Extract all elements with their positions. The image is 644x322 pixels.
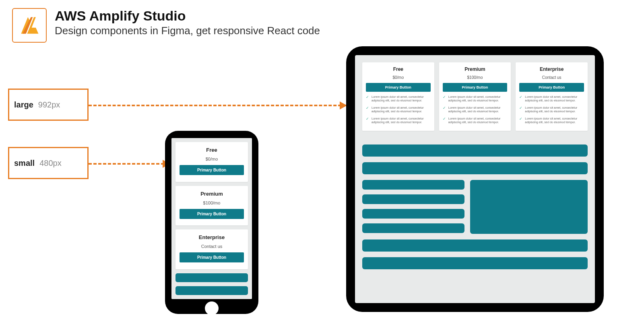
page-header: AWS Amplify Studio Design components in …: [12, 8, 320, 43]
home-button-icon: [205, 301, 219, 315]
amplify-logo-icon: [17, 13, 41, 37]
placeholder-bar: [362, 194, 464, 204]
placeholder-bar: [362, 257, 588, 269]
feature-text: Lorem ipsum dolor sit amet, consectetur …: [525, 117, 584, 124]
arrow-to-phone: [89, 163, 169, 165]
plan-price: Contact us: [180, 244, 244, 249]
plan-name: Premium: [443, 66, 508, 72]
plan-price: $0/mo: [366, 75, 431, 80]
check-icon: ✓: [443, 95, 446, 99]
primary-button[interactable]: Primary Button: [443, 83, 508, 92]
feature-text: Lorem ipsum dolor sit amet, consectetur …: [525, 95, 584, 103]
arrow-to-tablet: [89, 105, 346, 106]
breakpoint-large-label: large: [14, 100, 33, 109]
tablet-screen: Free $0/mo Primary Button ✓Lorem ipsum d…: [355, 55, 595, 303]
check-icon: ✓: [519, 117, 522, 121]
feature-text: Lorem ipsum dolor sit amet, consectetur …: [525, 106, 584, 114]
placeholder-bar: [362, 209, 464, 219]
check-icon: ✓: [443, 106, 446, 110]
feature-text: Lorem ipsum dolor sit amet, consectetur …: [448, 106, 508, 114]
feature-row: ✓Lorem ipsum dolor sit amet, consectetur…: [519, 95, 584, 103]
phone-screen: Free $0/mo Primary Button Premium $100/m…: [171, 138, 252, 299]
placeholder-bar: [362, 144, 588, 157]
feature-row: ✓Lorem ipsum dolor sit amet, consectetur…: [443, 95, 508, 103]
phone-card-free: Free $0/mo Primary Button: [175, 142, 248, 182]
plan-name: Enterprise: [519, 66, 584, 72]
page-title: AWS Amplify Studio: [55, 8, 320, 24]
feature-row: ✓Lorem ipsum dolor sit amet, consectetur…: [366, 95, 431, 103]
breakpoint-large-value: 992px: [38, 100, 60, 109]
feature-row: ✓Lorem ipsum dolor sit amet, consectetur…: [519, 106, 584, 114]
phone-card-enterprise: Enterprise Contact us Primary Button: [175, 229, 248, 269]
primary-button[interactable]: Primary Button: [519, 83, 584, 92]
plan-name: Free: [366, 66, 431, 72]
breakpoint-small-label: small: [14, 159, 35, 168]
feature-row: ✓Lorem ipsum dolor sit amet, consectetur…: [443, 106, 508, 114]
header-text: AWS Amplify Studio Design components in …: [55, 8, 320, 37]
check-icon: ✓: [443, 117, 446, 121]
plan-price: Contact us: [519, 75, 584, 80]
check-icon: ✓: [366, 106, 369, 110]
feature-row: ✓Lorem ipsum dolor sit amet, consectetur…: [519, 117, 584, 124]
plan-price: $100/mo: [443, 75, 508, 80]
check-icon: ✓: [519, 95, 522, 99]
plan-name: Free: [180, 147, 244, 153]
device-phone: Free $0/mo Primary Button Premium $100/m…: [165, 131, 258, 314]
page-subtitle: Design components in Figma, get responsi…: [55, 25, 320, 37]
placeholder-bar: [362, 239, 588, 252]
check-icon: ✓: [519, 106, 522, 110]
placeholder-box: [470, 180, 588, 234]
pricing-cards-row: Free $0/mo Primary Button ✓Lorem ipsum d…: [362, 62, 588, 131]
feature-text: Lorem ipsum dolor sit amet, consectetur …: [372, 106, 431, 114]
plan-name: Enterprise: [180, 234, 244, 240]
breakpoint-large: large 992px: [8, 89, 89, 121]
placeholder-bar: [362, 223, 464, 233]
feature-text: Lorem ipsum dolor sit amet, consectetur …: [448, 117, 508, 124]
tablet-card-free: Free $0/mo Primary Button ✓Lorem ipsum d…: [362, 62, 434, 131]
feature-text: Lorem ipsum dolor sit amet, consectetur …: [372, 95, 431, 103]
amplify-logo: [12, 8, 47, 43]
plan-name: Premium: [180, 191, 244, 197]
device-tablet: Free $0/mo Primary Button ✓Lorem ipsum d…: [346, 46, 604, 312]
primary-button[interactable]: Primary Button: [180, 165, 244, 175]
breakpoint-small: small 480px: [8, 147, 89, 179]
primary-button[interactable]: Primary Button: [180, 209, 244, 219]
feature-row: ✓Lorem ipsum dolor sit amet, consectetur…: [366, 106, 431, 114]
feature-text: Lorem ipsum dolor sit amet, consectetur …: [448, 95, 508, 103]
placeholder-bar: [175, 286, 248, 295]
breakpoint-small-value: 480px: [39, 159, 62, 168]
check-icon: ✓: [366, 95, 369, 99]
feature-text: Lorem ipsum dolor sit amet, consectetur …: [372, 117, 431, 124]
placeholder-bar: [362, 180, 464, 190]
tablet-card-premium: Premium $100/mo Primary Button ✓Lorem ip…: [439, 62, 511, 131]
tablet-card-enterprise: Enterprise Contact us Primary Button ✓Lo…: [516, 62, 588, 131]
check-icon: ✓: [366, 117, 369, 121]
placeholder-bar: [175, 273, 248, 282]
feature-row: ✓Lorem ipsum dolor sit amet, consectetur…: [366, 117, 431, 124]
plan-price: $0/mo: [180, 157, 244, 161]
placeholder-row: [362, 180, 588, 234]
phone-card-premium: Premium $100/mo Primary Button: [175, 186, 248, 226]
primary-button[interactable]: Primary Button: [366, 83, 431, 92]
plan-price: $100/mo: [180, 200, 244, 205]
placeholder-bar: [362, 162, 588, 174]
placeholder-col: [362, 180, 464, 234]
feature-row: ✓Lorem ipsum dolor sit amet, consectetur…: [443, 117, 508, 124]
primary-button[interactable]: Primary Button: [180, 252, 244, 262]
